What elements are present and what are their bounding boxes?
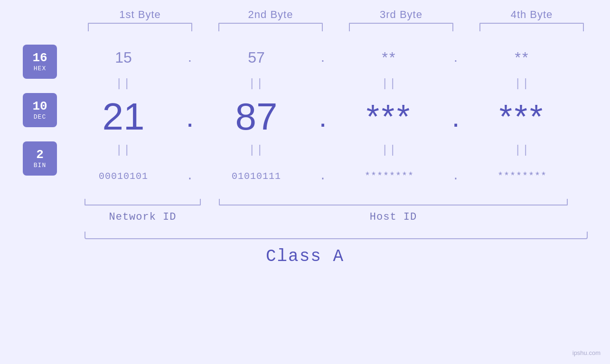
- bin-badge: 2 BIN: [23, 141, 57, 176]
- bin-dot-2: .: [313, 170, 332, 183]
- hex-row: 15 . 57 . ** . **: [66, 38, 610, 76]
- main-container: 1st Byte 2nd Byte 3rd Byte 4th Byte 16 H…: [0, 0, 610, 364]
- eq-4: ||: [465, 77, 579, 90]
- hex-b4: **: [465, 49, 579, 66]
- main-values-section: 16 HEX 10 DEC 2 BIN 15: [0, 36, 610, 195]
- bottom-brackets: [84, 199, 607, 208]
- eq2-4: ||: [465, 144, 579, 157]
- bracket-3: [349, 23, 453, 31]
- top-brackets: [75, 23, 597, 31]
- bin-b1: 00010101: [66, 171, 180, 182]
- dec-b2: 87: [199, 95, 313, 139]
- hex-dot-2: .: [313, 50, 332, 65]
- eq2-3: ||: [332, 144, 446, 157]
- bracket-2: [218, 23, 323, 31]
- id-labels: Network ID Host ID: [84, 211, 607, 223]
- dec-dot-3: .: [446, 101, 465, 133]
- byte-header-4: 4th Byte: [475, 9, 589, 21]
- network-id-label: Network ID: [84, 211, 201, 223]
- bracket-host: [219, 199, 568, 205]
- hex-b1: 15: [66, 49, 180, 66]
- bracket-4: [479, 23, 584, 31]
- class-label: Class A: [0, 247, 610, 266]
- badges-column: 16 HEX 10 DEC 2 BIN: [23, 36, 57, 176]
- hex-dot-3: .: [446, 50, 465, 65]
- eq2-2: ||: [199, 144, 313, 157]
- byte-headers-row: 1st Byte 2nd Byte 3rd Byte 4th Byte: [75, 9, 597, 21]
- dec-row: 21 . 87 . *** . ***: [66, 91, 610, 143]
- dec-dot-1: .: [180, 101, 199, 133]
- bin-b2: 01010111: [199, 171, 313, 182]
- bin-row: 00010101 . 01010111 . ******** .: [66, 157, 610, 195]
- bin-b4: ********: [465, 171, 579, 182]
- bin-dot-1: .: [180, 170, 199, 183]
- dec-b3: ***: [332, 98, 446, 136]
- values-grid: 15 . 57 . ** . **: [66, 36, 610, 195]
- watermark: ipshu.com: [572, 349, 601, 356]
- eq-2: ||: [199, 77, 313, 90]
- eq2-1: ||: [66, 144, 180, 157]
- dec-badge: 10 DEC: [23, 93, 57, 127]
- bin-b3: ********: [332, 171, 446, 182]
- eq-row-2: || || || ||: [66, 143, 610, 157]
- bottom-section: Network ID Host ID Class A: [0, 199, 610, 266]
- byte-header-3: 3rd Byte: [344, 9, 458, 21]
- hex-b3: **: [332, 49, 446, 66]
- dec-b1: 21: [66, 95, 180, 139]
- hex-dot-1: .: [180, 50, 199, 65]
- eq-3: ||: [332, 77, 446, 90]
- dec-b4: ***: [465, 98, 579, 136]
- eq-1: ||: [66, 77, 180, 90]
- bracket-1: [88, 23, 192, 31]
- bin-dot-3: .: [446, 170, 465, 183]
- host-id-label: Host ID: [219, 211, 568, 223]
- big-bracket: [84, 232, 588, 239]
- bracket-network: [84, 199, 201, 205]
- byte-header-2: 2nd Byte: [214, 9, 328, 21]
- byte-header-1: 1st Byte: [83, 9, 197, 21]
- hex-badge: 16 HEX: [23, 45, 57, 79]
- dec-dot-2: .: [313, 101, 332, 133]
- eq-row-1: || || || ||: [66, 76, 610, 91]
- hex-b2: 57: [199, 49, 313, 66]
